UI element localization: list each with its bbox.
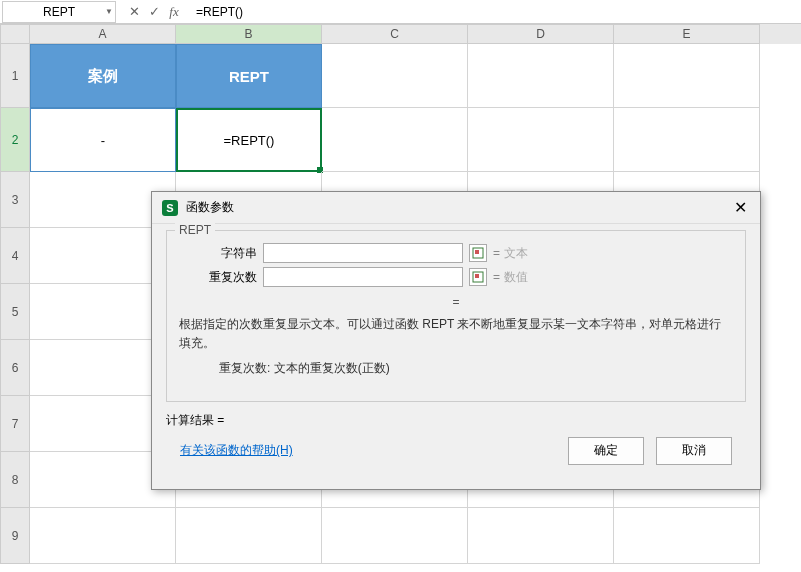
param-input-number[interactable] (263, 267, 463, 287)
row-header-3[interactable]: 3 (0, 172, 30, 228)
cell-A9[interactable] (30, 508, 176, 564)
cell-B1[interactable]: REPT (176, 44, 322, 108)
col-header-E[interactable]: E (614, 24, 760, 44)
function-arguments-dialog: S 函数参数 ✕ REPT 字符串 = 文本 重复次数 = (151, 191, 761, 490)
ok-button[interactable]: 确定 (568, 437, 644, 465)
range-selector-icon[interactable] (469, 268, 487, 286)
row-header-7[interactable]: 7 (0, 396, 30, 452)
result-equals: = (179, 295, 733, 309)
col-header-B[interactable]: B (176, 24, 322, 44)
range-selector-icon[interactable] (469, 244, 487, 262)
equals-label: = (493, 246, 500, 260)
cell-B9[interactable] (176, 508, 322, 564)
function-description: 根据指定的次数重复显示文本。可以通过函数 REPT 来不断地重复显示某一文本字符… (179, 315, 733, 353)
close-icon[interactable]: ✕ (730, 198, 750, 217)
param-hint-number: 数值 (504, 269, 528, 286)
col-header-C[interactable]: C (322, 24, 468, 44)
svg-rect-1 (475, 250, 479, 254)
cell-D1[interactable] (468, 44, 614, 108)
cell-C2[interactable] (322, 108, 468, 172)
calc-result-label: 计算结果 = (166, 412, 746, 429)
param-hint-text: 文本 (504, 245, 528, 262)
col-header-D[interactable]: D (468, 24, 614, 44)
app-icon: S (162, 200, 178, 216)
param-label-text: 字符串 (179, 245, 263, 262)
name-box[interactable]: REPT ▼ (2, 1, 116, 23)
cell-D2[interactable] (468, 108, 614, 172)
fx-icon[interactable]: fx (166, 4, 182, 20)
param-input-text[interactable] (263, 243, 463, 263)
cell-A1[interactable]: 案例 (30, 44, 176, 108)
row-header-5[interactable]: 5 (0, 284, 30, 340)
row-header-6[interactable]: 6 (0, 340, 30, 396)
name-box-value: REPT (43, 5, 75, 19)
cell-B2-value: =REPT() (224, 133, 275, 148)
row-header-9[interactable]: 9 (0, 508, 30, 564)
col-header-A[interactable]: A (30, 24, 176, 44)
cell-D9[interactable] (468, 508, 614, 564)
cell-A2[interactable]: - (30, 108, 176, 172)
cell-E1[interactable] (614, 44, 760, 108)
cancel-formula-icon[interactable]: ✕ (126, 4, 142, 19)
function-name-label: REPT (175, 223, 215, 237)
accept-formula-icon[interactable]: ✓ (146, 4, 162, 19)
cancel-button[interactable]: 取消 (656, 437, 732, 465)
row-header-1[interactable]: 1 (0, 44, 30, 108)
formula-input[interactable] (190, 1, 801, 23)
row-header-4[interactable]: 4 (0, 228, 30, 284)
cell-E9[interactable] (614, 508, 760, 564)
cell-E2[interactable] (614, 108, 760, 172)
cell-B2[interactable]: =REPT() (176, 108, 322, 172)
select-all-corner[interactable] (0, 24, 30, 44)
params-fieldset: REPT 字符串 = 文本 重复次数 = 数值 = 根据指定的次数 (166, 230, 746, 402)
param-label-number: 重复次数 (179, 269, 263, 286)
equals-label: = (493, 270, 500, 284)
param-description: 重复次数: 文本的重复次数(正数) (179, 359, 733, 378)
cell-C1[interactable] (322, 44, 468, 108)
row-header-2[interactable]: 2 (0, 108, 30, 172)
cell-C9[interactable] (322, 508, 468, 564)
dialog-title: 函数参数 (186, 199, 730, 216)
help-link[interactable]: 有关该函数的帮助(H) (180, 442, 293, 459)
dialog-titlebar[interactable]: S 函数参数 ✕ (152, 192, 760, 224)
row-header-8[interactable]: 8 (0, 452, 30, 508)
chevron-down-icon[interactable]: ▼ (105, 7, 113, 16)
svg-rect-3 (475, 274, 479, 278)
